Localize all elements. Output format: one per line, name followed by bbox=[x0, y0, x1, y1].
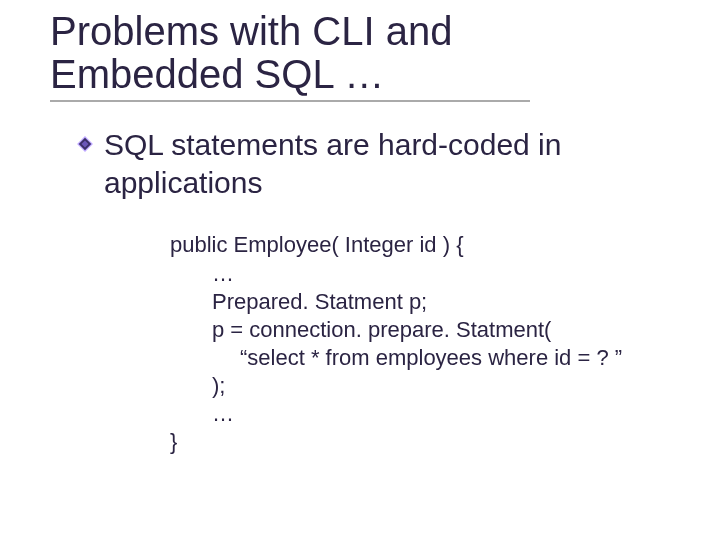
slide-title-line-1: Problems with CLI and bbox=[50, 10, 530, 53]
code-example: public Employee( Integer id ) { … Prepar… bbox=[170, 231, 690, 456]
slide-title-block: Problems with CLI and Embedded SQL … bbox=[50, 10, 530, 102]
code-line: … bbox=[170, 260, 690, 288]
slide: Problems with CLI and Embedded SQL … SQL… bbox=[0, 0, 720, 540]
code-line: Prepared. Statment p; bbox=[170, 288, 690, 316]
bullet-text: SQL statements are hard-coded in applica… bbox=[104, 126, 690, 201]
code-line: … bbox=[170, 400, 690, 428]
bullet-item: SQL statements are hard-coded in applica… bbox=[76, 126, 690, 201]
code-line: ); bbox=[170, 372, 690, 400]
diamond-bullet-icon bbox=[76, 135, 94, 157]
code-line: } bbox=[170, 428, 690, 456]
code-line: “select * from employees where id = ? ” bbox=[170, 344, 690, 372]
slide-title-line-2: Embedded SQL … bbox=[50, 53, 530, 96]
code-line: public Employee( Integer id ) { bbox=[170, 231, 690, 259]
code-line: p = connection. prepare. Statment( bbox=[170, 316, 690, 344]
